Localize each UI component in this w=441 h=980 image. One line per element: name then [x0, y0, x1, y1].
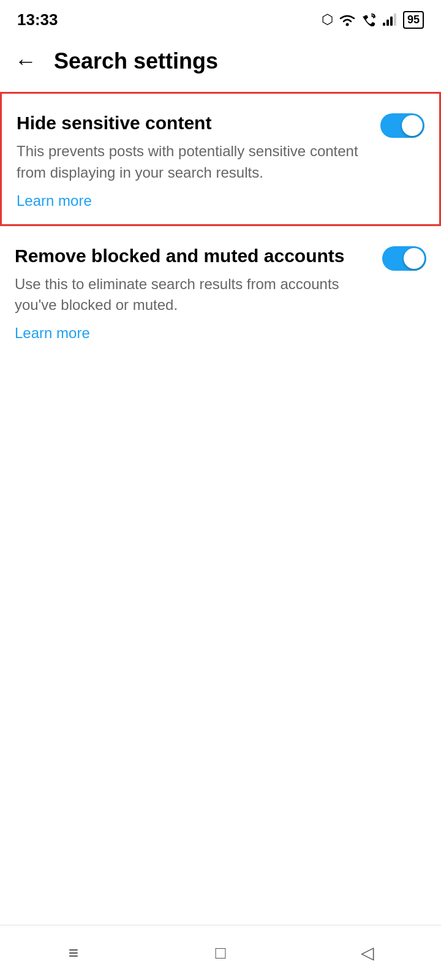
section-text-1: Hide sensitive content This prevents pos…: [17, 111, 380, 209]
learn-more-link-2[interactable]: Learn more: [15, 325, 90, 341]
home-icon: □: [216, 943, 226, 963]
wifi-icon: [338, 13, 356, 26]
page-title: Search settings: [54, 48, 218, 74]
svg-rect-2: [386, 20, 389, 26]
section-hide-sensitive: Hide sensitive content This prevents pos…: [0, 92, 441, 226]
bottom-nav: ≡ □ ◁: [0, 925, 441, 980]
menu-icon: ≡: [69, 943, 78, 963]
section-row-2: Remove blocked and muted accounts Use th…: [15, 244, 426, 342]
activity-icon: ⬡: [322, 12, 333, 28]
signal-icon: [382, 13, 398, 26]
learn-more-link-1[interactable]: Learn more: [17, 192, 92, 209]
nav-back-icon: ◁: [361, 943, 374, 963]
toggle-hide-sensitive[interactable]: [380, 113, 424, 138]
toggle-wrapper-2: [382, 244, 426, 271]
bottom-nav-menu[interactable]: ≡: [49, 929, 98, 978]
toggle-remove-blocked[interactable]: [382, 246, 426, 271]
settings-container: Hide sensitive content This prevents pos…: [0, 92, 441, 356]
section-text-2: Remove blocked and muted accounts Use th…: [15, 244, 382, 342]
back-button[interactable]: ←: [15, 48, 37, 74]
toggle-knob-1: [402, 115, 423, 136]
section-description-1: This prevents posts with potentially sen…: [17, 141, 368, 184]
section-remove-blocked: Remove blocked and muted accounts Use th…: [0, 226, 441, 357]
toggle-knob-2: [404, 248, 424, 269]
toggle-wrapper-1: [380, 111, 424, 138]
svg-rect-1: [383, 23, 385, 26]
section-description-2: Use this to eliminate search results fro…: [15, 274, 370, 317]
battery-icon: 95: [403, 11, 424, 29]
section-title-1: Hide sensitive content: [17, 111, 368, 135]
section-row-1: Hide sensitive content This prevents pos…: [17, 111, 424, 209]
phone-signal-icon: [361, 13, 377, 26]
section-title-2: Remove blocked and muted accounts: [15, 244, 370, 268]
status-time: 13:33: [17, 10, 58, 29]
svg-rect-4: [394, 13, 396, 26]
status-bar: 13:33 ⬡ 95: [0, 0, 441, 37]
bottom-nav-home[interactable]: □: [196, 929, 245, 978]
bottom-nav-back[interactable]: ◁: [343, 929, 392, 978]
svg-rect-3: [390, 17, 393, 26]
svg-point-0: [345, 23, 349, 26]
nav-bar: ← Search settings: [0, 37, 441, 86]
status-icons: ⬡ 95: [322, 11, 424, 29]
